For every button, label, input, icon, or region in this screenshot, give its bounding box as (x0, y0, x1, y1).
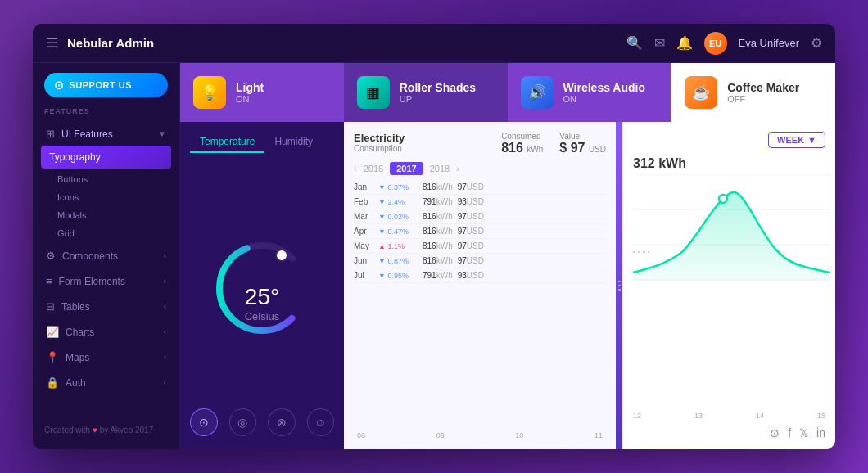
device-card-light[interactable]: 💡 Light ON (180, 63, 344, 122)
shades-icon-bg: ▦ (357, 76, 390, 109)
chart-divider (616, 122, 622, 449)
sidebar-item-ui-features[interactable]: ⊞ UI Features ▼ (41, 122, 171, 146)
prev-year-arrow[interactable]: ‹ (354, 164, 357, 173)
elec-stats: Consumed 816 kWh Value $ 97 USD (501, 132, 606, 155)
audio-status: ON (563, 94, 646, 104)
table-row: Jan ▼ 0.37% 816 kWh 97 USD (354, 180, 606, 195)
topnav-right: 🔍 ✉ 🔔 EU Eva Unifever ⚙ (626, 32, 822, 55)
chevron-right-icon: ‹ (164, 251, 166, 260)
heart-icon: ♥ (93, 426, 97, 435)
device-card-audio[interactable]: 🔊 Wireless Audio ON (508, 63, 671, 122)
shades-status: UP (400, 94, 476, 104)
device-cards-row: 💡 Light ON ▦ Roller Shades UP (180, 63, 835, 122)
grid-icon: ⊞ (46, 128, 55, 140)
week-selector-button[interactable]: WEEK ▼ (768, 132, 825, 148)
gauge-controls: ⊙ ◎ ⊗ ☺ (190, 402, 334, 439)
divider-line (618, 289, 621, 291)
audio-icon-bg: 🔊 (521, 76, 554, 109)
shades-icon: ▦ (366, 83, 380, 101)
device-card-coffee[interactable]: ☕ Coffee Maker OFF (671, 63, 835, 122)
coffee-icon: ☕ (692, 83, 710, 101)
value-label: Value (559, 132, 606, 141)
topnav-left: ☰ Nebular Admin (46, 35, 626, 51)
year-2017[interactable]: 2017 (390, 162, 423, 175)
sidebar-item-auth[interactable]: 🔒 Auth ‹ (41, 371, 171, 394)
table-row: Jul ▼ 0.95% 791 kWh 93 USD (354, 268, 606, 283)
electricity-table: Jan ▼ 0.37% 816 kWh 97 USD Feb ▼ 2.4% 79… (354, 180, 606, 426)
light-info: Light ON (236, 81, 264, 104)
sidebar-item-typography[interactable]: Typography (41, 146, 171, 169)
chart-header: WEEK ▼ (633, 132, 825, 148)
elec-title-block: Electricity Consumption (354, 132, 405, 153)
sidebar-item-modals[interactable]: Modals (41, 206, 171, 224)
device-card-shades[interactable]: ▦ Roller Shades UP (344, 63, 508, 122)
light-status: ON (236, 94, 264, 104)
chart-panel: WEEK ▼ 312 kWh (622, 122, 835, 449)
gauge-btn-3[interactable]: ⊗ (268, 408, 296, 436)
electricity-panel: Electricity Consumption Consumed 816 kWh… (344, 122, 616, 449)
value-stat: Value $ 97 USD (559, 132, 606, 155)
next-year-arrow[interactable]: › (456, 164, 459, 173)
sidebar-item-buttons[interactable]: Buttons (41, 170, 171, 188)
lock-icon: 🔒 (46, 376, 59, 389)
mail-icon[interactable]: ✉ (654, 35, 665, 51)
coffee-icon-bg: ☕ (685, 76, 717, 109)
gauge-value-display: 25° Celsius (245, 292, 280, 322)
sidebar-item-grid[interactable]: Grid (41, 224, 171, 242)
sidebar-item-tables[interactable]: ⊟ Tables ‹ (41, 295, 171, 318)
sidebar-item-icons[interactable]: Icons (41, 188, 171, 206)
temp-value: 25° (245, 284, 280, 310)
chart-icon: 📈 (46, 326, 59, 338)
elec-title: Electricity (354, 132, 405, 144)
tab-temperature[interactable]: Temperature (190, 132, 264, 153)
chart-x-axis: 12 13 14 15 (633, 412, 825, 420)
light-icon-bg: 💡 (193, 76, 226, 109)
audio-name: Wireless Audio (563, 81, 646, 94)
hamburger-icon[interactable]: ☰ (46, 35, 57, 51)
map-icon: 📍 (46, 351, 59, 363)
shades-info: Roller Shades UP (400, 81, 476, 104)
svg-point-2 (276, 250, 287, 261)
settings-icon[interactable]: ⚙ (811, 35, 822, 51)
light-icon: 💡 (201, 83, 219, 101)
sidebar-item-charts[interactable]: 📈 Charts ‹ (41, 320, 171, 344)
components-icon: ⚙ (46, 250, 56, 262)
gauge-btn-2[interactable]: ◎ (229, 408, 257, 436)
table-row: May ▲ 1.1% 816 kWh 97 USD (354, 239, 606, 254)
chevron-right-icon6: ‹ (164, 378, 166, 387)
body-wrapper: ⊙ SUPPORT US FEATURES ⊞ UI Features ▼ Ty… (33, 63, 835, 449)
table-row: Mar ▼ 0.03% 816 kWh 97 USD (354, 209, 606, 224)
search-icon[interactable]: 🔍 (626, 35, 643, 51)
github-social-icon[interactable]: ⊙ (770, 426, 780, 439)
sidebar-item-form-elements[interactable]: ≡ Form Elements ‹ (41, 269, 171, 293)
bell-icon[interactable]: 🔔 (676, 35, 693, 51)
year-2018[interactable]: 2018 (430, 164, 450, 173)
consumed-stat: Consumed 816 kWh (501, 132, 543, 155)
social-icons-row: ⊙ f 𝕏 in (633, 420, 825, 439)
light-name: Light (236, 81, 264, 94)
area-chart-svg (633, 174, 830, 281)
chevron-right-icon3: ‹ (164, 302, 166, 311)
twitter-icon[interactable]: 𝕏 (799, 426, 808, 439)
features-label: FEATURES (33, 104, 179, 122)
consumed-unit: kWh (527, 145, 543, 154)
support-button[interactable]: ⊙ SUPPORT US (44, 73, 168, 97)
gauge-btn-1[interactable]: ⊙ (190, 408, 218, 436)
elec-x-axis: 08 09 10 11 (354, 431, 606, 439)
table-icon: ⊟ (46, 300, 55, 313)
year-2016[interactable]: 2016 (364, 164, 383, 173)
audio-icon: 🔊 (528, 83, 546, 101)
temperature-panel: Temperature Humidity (180, 122, 344, 449)
gauge-btn-4[interactable]: ☺ (307, 408, 335, 436)
avatar[interactable]: EU (704, 32, 727, 55)
gauge-container: 25° Celsius (190, 163, 334, 394)
chevron-down-icon: ▼ (158, 129, 166, 138)
shades-name: Roller Shades (400, 81, 476, 94)
chevron-right-icon2: ‹ (164, 277, 166, 286)
facebook-icon[interactable]: f (788, 426, 791, 439)
sidebar-item-components[interactable]: ⚙ Components ‹ (41, 244, 171, 268)
linkedin-icon[interactable]: in (816, 426, 825, 439)
sidebar-item-maps[interactable]: 📍 Maps ‹ (41, 345, 171, 369)
tab-humidity[interactable]: Humidity (264, 132, 323, 153)
consumed-value: 816 (501, 141, 523, 155)
